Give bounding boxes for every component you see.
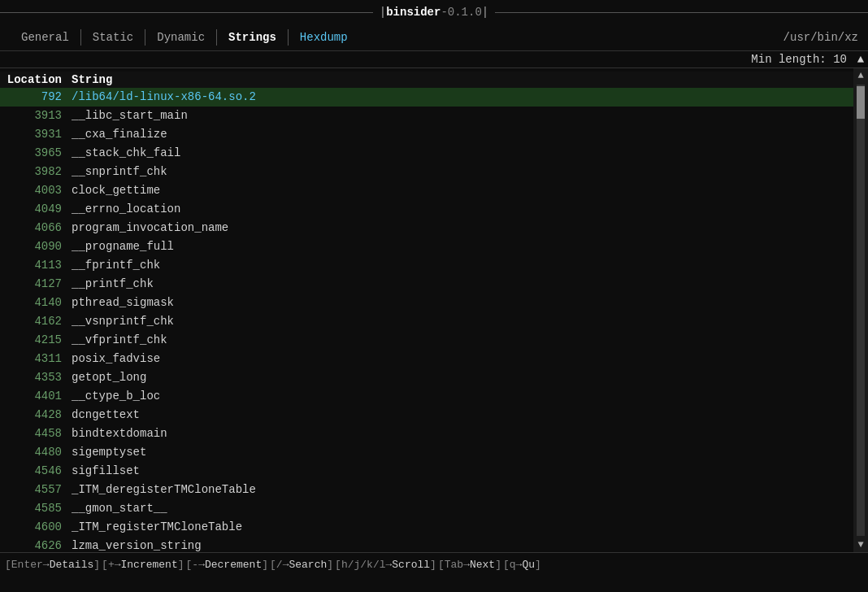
status-arrow: →: [283, 559, 289, 571]
status-label: Details: [50, 559, 94, 571]
row-string: _ITM_registerTMCloneTable: [72, 519, 242, 536]
scroll-down-button[interactable]: ▼: [853, 538, 868, 552]
tab-hexdump[interactable]: Hexdump: [289, 29, 359, 46]
table-row[interactable]: 4127__printf_chk: [0, 275, 853, 294]
header-location: Location: [7, 73, 72, 86]
row-location: 4127: [7, 276, 72, 293]
scrollbar-up-arrow[interactable]: ▲: [853, 53, 868, 66]
status-key: -: [192, 559, 198, 571]
status-item: [Tab→Next]: [438, 559, 501, 571]
status-label: Search: [289, 559, 327, 571]
table-header: Location String: [0, 72, 853, 88]
status-bracket-open: [: [503, 559, 510, 571]
scrollbar-track[interactable]: [857, 85, 865, 536]
table-row[interactable]: 792/lib64/ld-linux-x86-64.so.2: [0, 88, 853, 107]
table-row[interactable]: 3982__snprintf_chk: [0, 163, 853, 181]
status-label: Next: [470, 559, 495, 571]
row-location: 4401: [7, 388, 72, 405]
table-row[interactable]: 4428dcngettext: [0, 406, 853, 424]
tab-general[interactable]: General: [10, 29, 81, 46]
app-name: binsider: [386, 6, 441, 19]
row-string: __progname_full: [72, 238, 174, 255]
status-arrow: →: [115, 559, 121, 571]
table-row[interactable]: 4311posix_fadvise: [0, 350, 853, 368]
row-location: 4480: [7, 444, 72, 461]
tab-static[interactable]: Static: [81, 29, 145, 46]
table-content: Location String 792/lib64/ld-linux-x86-6…: [0, 68, 853, 552]
table-row[interactable]: 4215__vfprintf_chk: [0, 331, 853, 350]
app-version: -0.1.0: [441, 6, 481, 19]
table-row[interactable]: 4557_ITM_deregisterTMCloneTable: [0, 481, 853, 499]
table-row[interactable]: 4003clock_gettime: [0, 181, 853, 200]
status-label: Decrement: [205, 559, 262, 571]
row-string: __snprintf_chk: [72, 163, 167, 181]
table-row[interactable]: 4546sigfillset: [0, 462, 853, 481]
status-arrow: →: [198, 559, 205, 571]
row-string: sigfillset: [72, 463, 140, 480]
status-label: Qu: [522, 559, 535, 571]
table-row[interactable]: 4049__errno_location: [0, 200, 853, 219]
status-arrow: →: [463, 559, 470, 571]
row-string: _ITM_deregisterTMCloneTable: [72, 481, 256, 498]
status-item: [q→Qu]: [503, 559, 541, 571]
row-location: 4600: [7, 519, 72, 536]
table-row[interactable]: 4113__fprintf_chk: [0, 256, 853, 275]
status-item: [Enter→Details]: [5, 559, 100, 571]
min-length-label: Min length: 10: [751, 53, 853, 66]
status-bracket-close: ]: [327, 559, 333, 571]
row-string: __libc_start_main: [72, 107, 188, 124]
scrollbar-thumb[interactable]: [857, 86, 865, 119]
row-location: 4066: [7, 220, 72, 237]
row-string: __vsnprintf_chk: [72, 313, 174, 330]
row-string: sigemptyset: [72, 444, 146, 461]
scrollbar: ▲ ▼: [853, 68, 868, 552]
row-location: 4162: [7, 313, 72, 330]
table-row[interactable]: 4458bindtextdomain: [0, 424, 853, 443]
table-row[interactable]: 4401__ctype_b_loc: [0, 387, 853, 406]
status-arrow: →: [43, 559, 50, 571]
table-row[interactable]: 4162__vsnprintf_chk: [0, 312, 853, 331]
status-bracket-close: ]: [93, 559, 100, 571]
row-string: __vfprintf_chk: [72, 332, 167, 349]
tab-dynamic[interactable]: Dynamic: [145, 29, 217, 46]
row-location: 3913: [7, 107, 72, 124]
scroll-up-button[interactable]: ▲: [853, 68, 868, 83]
row-string: clock_gettime: [72, 182, 160, 199]
row-string: __errno_location: [72, 201, 180, 218]
row-string: getopt_long: [72, 369, 146, 386]
row-location: 3982: [7, 163, 72, 181]
row-location: 4140: [7, 294, 72, 311]
status-label: Increment: [121, 559, 178, 571]
row-location: 4428: [7, 407, 72, 424]
status-key: +: [108, 559, 115, 571]
status-item: [h/j/k/l→Scroll]: [335, 559, 436, 571]
row-location: 4003: [7, 182, 72, 199]
row-location: 4353: [7, 369, 72, 386]
status-bracket-open: [: [5, 559, 11, 571]
table-row[interactable]: 4353getopt_long: [0, 368, 853, 387]
row-location: 4557: [7, 481, 72, 498]
row-string: __fprintf_chk: [72, 257, 160, 274]
table-row[interactable]: 4600_ITM_registerTMCloneTable: [0, 518, 853, 537]
tab-strings[interactable]: Strings: [217, 29, 289, 46]
row-location: 4113: [7, 257, 72, 274]
table-row[interactable]: 4626lzma_version_string: [0, 537, 853, 552]
status-key: Tab: [445, 559, 463, 571]
status-key: q: [510, 559, 516, 571]
row-string: lzma_version_string: [72, 538, 202, 552]
table-row[interactable]: 3931__cxa_finalize: [0, 125, 853, 144]
table-row[interactable]: 4480sigemptyset: [0, 443, 853, 462]
status-bracket-close: ]: [430, 559, 436, 571]
table-rows: 792/lib64/ld-linux-x86-64.so.23913__libc…: [0, 88, 853, 552]
table-row[interactable]: 4066program_invocation_name: [0, 219, 853, 237]
row-location: 4585: [7, 500, 72, 517]
table-row[interactable]: 4140pthread_sigmask: [0, 294, 853, 312]
table-row[interactable]: 4585__gmon_start__: [0, 499, 853, 518]
row-location: 3931: [7, 126, 72, 143]
status-arrow: →: [516, 559, 523, 571]
table-row[interactable]: 3913__libc_start_main: [0, 107, 853, 125]
table-row[interactable]: 3965__stack_chk_fail: [0, 144, 853, 163]
table-container: Location String 792/lib64/ld-linux-x86-6…: [0, 68, 868, 552]
row-location: 4311: [7, 350, 72, 368]
table-row[interactable]: 4090__progname_full: [0, 237, 853, 256]
